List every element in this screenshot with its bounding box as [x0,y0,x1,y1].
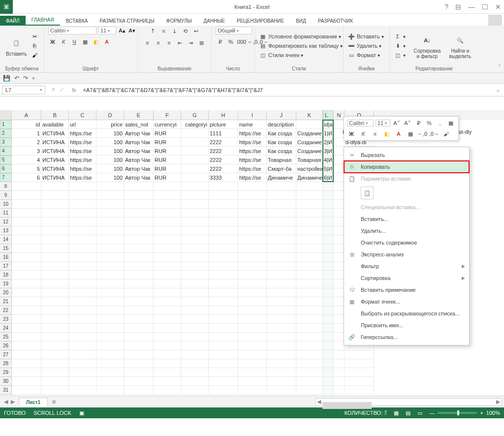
cell[interactable] [154,244,181,253]
cell[interactable] [124,200,154,209]
cell[interactable]: categoryi [181,120,209,129]
cell[interactable] [209,235,238,244]
cell[interactable]: 5 [12,164,41,173]
row-header[interactable]: 27 [0,350,12,359]
cell[interactable] [334,138,345,147]
cell[interactable]: 100 [96,129,124,138]
col-header-J[interactable]: J [267,110,296,120]
view-normal-icon[interactable]: ▦ [394,410,399,416]
cell[interactable] [69,377,96,386]
cell[interactable] [12,235,41,244]
tab-file[interactable]: ФАЙЛ [0,16,26,26]
mini-percent-icon[interactable]: % [425,119,434,127]
cell[interactable] [69,306,96,315]
cell[interactable] [296,244,323,253]
ctx-comment[interactable]: 🗨Вставить примечание [344,284,469,296]
paste-button[interactable]: 📋 Вставить [4,34,29,58]
cell[interactable] [238,271,267,280]
cell[interactable] [238,359,267,368]
cell[interactable] [41,386,69,395]
cell[interactable] [209,200,238,209]
cell[interactable] [181,218,209,226]
maximize-icon[interactable]: ☐ [482,3,488,11]
cell[interactable] [181,333,209,342]
cell[interactable] [96,200,124,209]
row-header[interactable]: 21 [0,297,12,306]
tab-review[interactable]: РЕЦЕНЗИРОВАНИЕ [231,16,290,26]
cell[interactable] [323,377,334,386]
mini-currency-icon[interactable]: ₽ [414,119,423,127]
cell[interactable] [41,359,69,368]
cell[interactable]: https://se [238,173,267,182]
bold-button[interactable]: Ж [48,37,57,46]
cell[interactable] [12,244,41,253]
cell[interactable] [124,342,154,350]
cell[interactable] [209,359,238,368]
cell[interactable] [334,306,345,315]
ctx-hyperlink[interactable]: 🔗Гиперссылка... [344,331,469,343]
cell[interactable] [334,297,345,306]
cell[interactable] [124,333,154,342]
cell[interactable] [323,253,334,262]
cell[interactable] [209,209,238,218]
cell[interactable] [41,350,69,359]
cell[interactable]: 100 [96,173,124,182]
cell[interactable] [41,324,69,333]
sheet-tab[interactable]: Лист1 [19,398,48,406]
cell[interactable] [124,315,154,324]
mini-decinc-icon[interactable]: ←,0 [418,129,427,138]
cell[interactable] [323,368,334,377]
cell[interactable] [238,315,267,324]
cell[interactable] [181,280,209,288]
cell[interactable] [209,297,238,306]
number-format-select[interactable]: Общий▾ [216,27,252,34]
cell[interactable]: 1 [12,129,41,138]
cell[interactable] [181,324,209,333]
cell[interactable] [334,280,345,288]
cell[interactable] [41,315,69,324]
cell[interactable] [238,306,267,315]
zoom-level[interactable]: 100% [486,410,500,416]
cell[interactable] [238,333,267,342]
cell[interactable] [267,377,296,386]
cell[interactable] [181,138,209,147]
tab-formulas[interactable]: ФОРМУЛЫ [160,16,198,26]
cell[interactable] [12,280,41,288]
cell[interactable] [267,235,296,244]
cell[interactable] [69,386,96,395]
cell[interactable]: 4|И [323,156,334,164]
cell[interactable] [296,253,323,262]
cell[interactable] [323,315,334,324]
cell[interactable]: 4 [12,156,41,164]
cell[interactable] [154,350,181,359]
cell[interactable] [41,306,69,315]
cell[interactable] [12,253,41,262]
cell[interactable] [267,315,296,324]
cell[interactable] [181,253,209,262]
cell[interactable] [96,350,124,359]
indent-inc-icon[interactable]: ⇥ [187,38,195,47]
cell[interactable] [181,315,209,324]
col-header-L[interactable]: L [323,110,334,120]
cell[interactable] [96,297,124,306]
cell[interactable] [124,280,154,288]
user-avatar[interactable] [488,15,502,26]
cell[interactable]: Автор Чак [124,138,154,147]
cell[interactable]: name [238,120,267,129]
cell[interactable] [345,386,374,395]
cell[interactable]: 2222 [209,156,238,164]
tab-dev[interactable]: РАЗРАБОТЧИК [312,16,359,26]
cell[interactable] [296,350,323,359]
row-header[interactable]: 24 [0,324,12,333]
cell[interactable] [296,120,323,129]
cell[interactable] [267,209,296,218]
cell[interactable] [154,200,181,209]
cell[interactable] [334,182,345,191]
cell[interactable] [323,288,334,297]
cell[interactable] [154,218,181,226]
scrollbar-thumb[interactable] [322,402,372,409]
cell[interactable]: 3|И [323,147,334,156]
cell[interactable]: https://se [238,147,267,156]
cell[interactable] [181,297,209,306]
cell[interactable] [334,342,345,350]
